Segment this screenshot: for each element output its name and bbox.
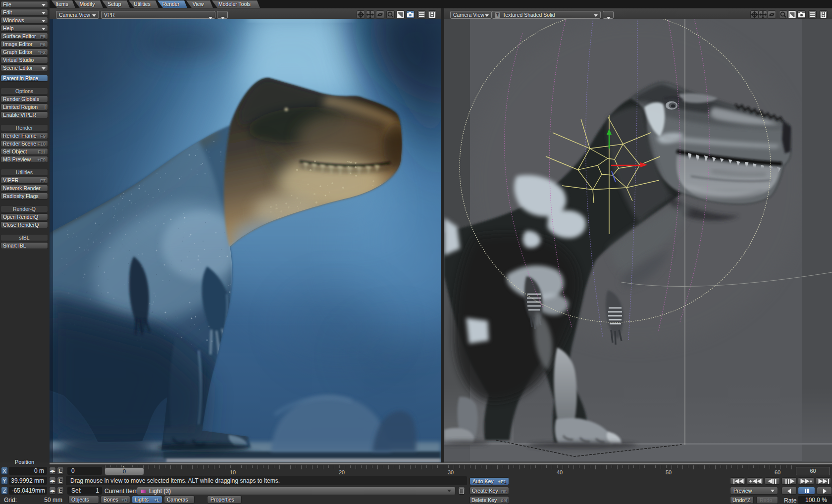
svg-text:20: 20 <box>339 469 345 475</box>
svg-text:60: 60 <box>775 469 780 475</box>
svg-text:30: 30 <box>448 469 454 475</box>
svg-text:40: 40 <box>557 469 563 475</box>
svg-text:10: 10 <box>230 469 236 475</box>
svg-text:50: 50 <box>666 469 672 475</box>
